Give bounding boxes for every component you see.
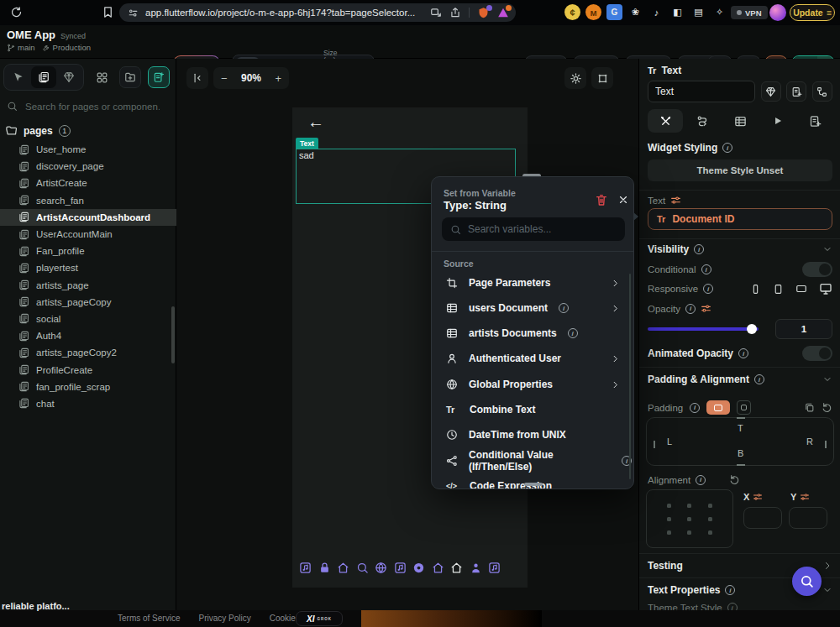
zoom-out-button[interactable]: − [221, 72, 228, 85]
canvas-frame-button[interactable] [591, 67, 613, 89]
home-icon[interactable] [450, 562, 463, 574]
info-icon[interactable]: i [722, 143, 732, 153]
reset-padding-icon[interactable] [822, 402, 832, 413]
sidebar-scrollbar[interactable] [171, 306, 175, 363]
tab-documentation[interactable] [797, 109, 832, 133]
person-icon[interactable] [470, 562, 482, 574]
source-item-datetime-from-unix[interactable]: DateTime from UNIX [432, 422, 632, 447]
padding-right-value[interactable]: R [806, 436, 813, 447]
info-icon[interactable]: i [690, 403, 700, 413]
info-icon[interactable]: i [696, 475, 706, 485]
padding-editor-box[interactable]: L T B R [646, 417, 834, 466]
info-icon[interactable]: i [725, 585, 735, 595]
tab-widget-select[interactable] [6, 66, 31, 88]
music-note-icon[interactable] [488, 562, 501, 574]
tab-animations[interactable] [760, 109, 795, 133]
responsive-tablet-toggle[interactable] [773, 284, 784, 295]
search-fab-button[interactable] [792, 567, 822, 596]
shield-extension-icon[interactable] [477, 7, 490, 19]
alignment-y-input[interactable] [789, 507, 827, 529]
alignment-picker[interactable] [646, 489, 733, 548]
padding-left-value[interactable]: L [667, 436, 672, 447]
sparkle-extension-icon[interactable]: ✧ [711, 4, 727, 20]
padding-alignment-section-header[interactable]: Padding & Alignment i [648, 374, 832, 385]
tab-actions[interactable] [685, 109, 721, 133]
search-icon[interactable] [356, 562, 369, 574]
browser-update-button[interactable]: Update ≡ [790, 4, 835, 21]
page-item[interactable]: fan_profile_scrap [0, 379, 176, 395]
chevron-right-icon[interactable] [822, 561, 832, 571]
close-popup-button[interactable] [617, 194, 629, 206]
info-icon[interactable]: i [738, 348, 748, 358]
pages-folder-header[interactable]: pages 1 [5, 124, 71, 137]
copy-padding-icon[interactable] [804, 402, 815, 413]
widget-tree-button[interactable] [812, 81, 832, 102]
visibility-section-header[interactable]: Visibility i [648, 243, 832, 255]
save-as-component-button[interactable] [786, 81, 806, 102]
page-item[interactable]: discovery_page [0, 158, 176, 175]
popup-scrollbar[interactable] [629, 274, 631, 479]
page-item[interactable]: artists_page [0, 277, 176, 294]
alignment-x-input[interactable] [743, 507, 782, 529]
contrast-extension-icon[interactable]: ◧ [669, 4, 685, 20]
variable-binding-icon[interactable] [670, 195, 681, 206]
canvas-theme-toggle-button[interactable] [564, 67, 586, 89]
page-item[interactable]: playertest [0, 259, 176, 276]
reload-icon[interactable] [10, 6, 23, 18]
delete-binding-button[interactable] [595, 193, 608, 206]
info-icon[interactable]: i [701, 264, 711, 274]
responsive-phone-toggle[interactable] [750, 284, 761, 295]
chevron-down-icon[interactable] [822, 585, 832, 595]
address-bar[interactable]: app.flutterflow.io/project/o-m-e-app-6hj… [119, 3, 516, 22]
coin-extension-icon[interactable]: ¢ [564, 4, 580, 20]
page-item[interactable]: artists_pageCopy2 [0, 344, 176, 361]
page-item[interactable]: search_fan [0, 192, 176, 209]
slider-thumb[interactable] [747, 324, 757, 334]
chevron-down-icon[interactable] [822, 244, 832, 254]
bookmark-icon[interactable] [102, 6, 114, 18]
popup-bottom-handle[interactable] [524, 483, 543, 486]
variable-binding-icon[interactable] [753, 492, 763, 502]
source-item-code-expression[interactable]: </> Code Expression [432, 473, 632, 489]
wallet-extension-icon[interactable]: ▤ [690, 4, 706, 20]
browser-profile-avatar[interactable] [769, 4, 786, 21]
source-item-combine-text[interactable]: Tr Combine Text [432, 397, 632, 422]
source-item-authenticated-user[interactable]: Authenticated User [432, 346, 632, 371]
triangle-extension-icon[interactable] [497, 7, 509, 18]
source-item-users-document[interactable]: users Document i [432, 295, 632, 321]
page-item[interactable]: artists_pageCopy [0, 294, 176, 311]
source-item-global-properties[interactable]: Global Properties [432, 372, 632, 397]
lock-icon[interactable] [318, 562, 331, 574]
vpn-indicator[interactable]: VPN [731, 6, 768, 19]
collapse-sidebar-button[interactable] [186, 67, 208, 89]
info-icon[interactable]: i [754, 374, 764, 384]
variable-binding-icon[interactable] [800, 492, 810, 502]
page-item[interactable]: Fan_profile [0, 243, 176, 259]
variable-binding-icon[interactable] [701, 303, 711, 314]
conditional-toggle[interactable] [802, 262, 832, 277]
back-arrow-widget[interactable]: ← [307, 112, 324, 132]
reset-alignment-icon[interactable] [729, 474, 740, 485]
component-gem-button[interactable] [761, 81, 781, 102]
share-icon[interactable] [449, 7, 461, 18]
padding-bottom-value[interactable]: B [738, 448, 743, 458]
music-note-icon[interactable] [394, 562, 407, 574]
padding-mode-sides-button[interactable] [737, 400, 751, 415]
sidebar-search-input[interactable] [25, 102, 160, 112]
padding-top-value[interactable]: T [738, 423, 743, 433]
url-text[interactable]: app.flutterflow.io/project/o-m-e-app-6hj… [145, 8, 423, 18]
chevron-down-icon[interactable] [822, 374, 832, 384]
widget-name-input[interactable] [648, 81, 755, 102]
variable-search[interactable] [442, 217, 625, 241]
theme-style-unset-button[interactable]: Theme Style Unset [648, 159, 832, 181]
home-icon[interactable] [337, 562, 349, 574]
tab-properties[interactable] [648, 109, 683, 133]
fox-extension-icon[interactable]: ᴍ [585, 4, 601, 20]
globe-icon[interactable] [375, 562, 387, 574]
sidebar-search[interactable] [7, 101, 170, 112]
source-item-page-parameters[interactable]: Page Parameters [432, 270, 632, 295]
project-name[interactable]: OME App [7, 29, 55, 41]
page-item[interactable]: UserAccountMain [0, 226, 176, 243]
info-icon[interactable]: i [703, 284, 713, 294]
source-item-conditional-value[interactable]: Conditional Value (If/Then/Else) i [432, 448, 632, 473]
